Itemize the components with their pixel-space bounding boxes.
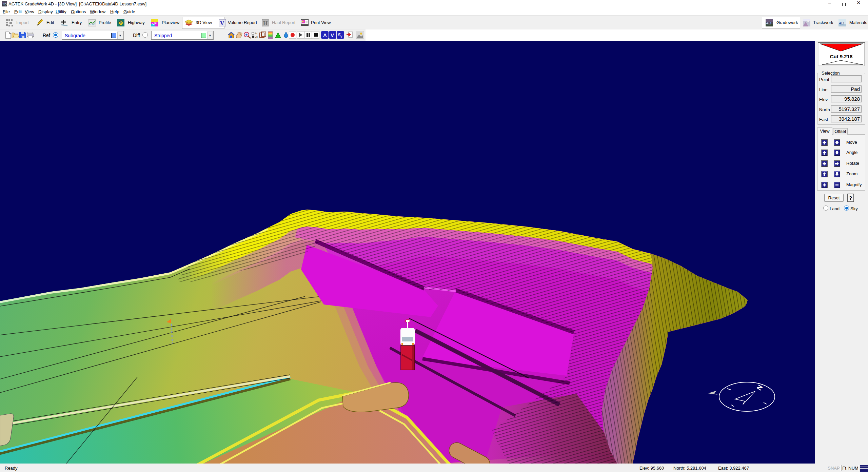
svg-text:Cut 9.218: Cut 9.218 [830,54,853,59]
svg-text:De: De [255,36,258,38]
svg-text:Ex: Ex [255,32,258,35]
svg-text:4D: 4D [839,20,844,25]
svg-text:H: H [263,20,268,26]
svg-text:4D: 4D [766,21,771,25]
svg-text:cF: cF [152,21,157,25]
svg-text:4D: 4D [3,3,7,6]
svg-text:V: V [220,20,224,26]
svg-text:A: A [323,32,327,38]
svg-text:V: V [331,32,334,38]
